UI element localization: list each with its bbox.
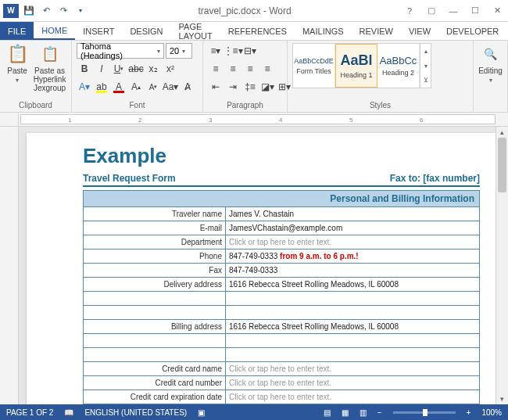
text-effects-button[interactable]: A▾ [77,79,92,95]
zoom-out-button[interactable]: − [377,408,382,417]
label-billing[interactable]: Billing address [84,320,226,334]
increase-indent-button[interactable]: ⇥ [225,79,241,95]
clear-formatting-button[interactable]: A̷ [180,79,195,95]
web-layout-view-icon[interactable]: ▥ [360,408,367,417]
highlight-button[interactable]: ab [94,79,109,95]
label-delivery[interactable]: Delivery address [84,278,226,292]
gallery-up-icon[interactable]: ▴ [420,44,431,59]
page-viewport[interactable]: Example Travel Request Form Fax to: [fax… [19,127,495,404]
tab-mailings[interactable]: MAILINGS [295,22,352,40]
ribbon-options-icon[interactable]: ▢ [420,0,442,22]
tab-references[interactable]: REFERENCES [220,22,295,40]
label-cc-number[interactable]: Credit card number [84,376,226,390]
editing-button[interactable]: 🔍 Editing ▾ [478,43,503,84]
page-indicator[interactable]: PAGE 1 OF 2 [6,408,53,417]
subscript-button[interactable]: x₂ [145,61,161,77]
word-app-icon[interactable]: W [3,4,19,18]
bold-button[interactable]: B [77,61,92,77]
spellcheck-icon[interactable]: 📖 [64,408,73,417]
label-cc-exp[interactable]: Credit card expiration date [84,390,226,404]
italic-button[interactable]: I [94,61,109,77]
value-cc-name[interactable]: Click or tap here to enter text. [226,362,480,376]
value-billing[interactable]: 1616 Rebecca Street Rolling Meadows, IL … [226,320,480,334]
zoom-slider[interactable] [393,411,456,414]
zoom-level[interactable]: 100% [481,408,502,417]
minimize-icon[interactable]: — [442,0,464,22]
doc-heading[interactable]: Example [83,144,480,168]
style-heading-2[interactable]: AaBbCc Heading 2 [377,44,420,88]
gallery-more-icon[interactable]: ⊻ [420,73,431,88]
scroll-down-icon[interactable]: ▾ [496,393,508,404]
macro-icon[interactable]: ▣ [198,408,205,417]
tab-home[interactable]: HOME [34,22,75,40]
save-icon[interactable]: 💾 [22,4,36,18]
font-color-button[interactable]: A [111,79,127,95]
shading-button[interactable]: ◪▾ [259,79,275,95]
decrease-indent-button[interactable]: ⇤ [208,79,224,95]
tab-view[interactable]: VIEW [401,22,438,40]
font-size-combo[interactable]: 20▾ [166,43,192,59]
label-cc-name[interactable]: Credit card name [84,362,226,376]
close-icon[interactable]: ✕ [486,0,508,22]
language-indicator[interactable]: ENGLISH (UNITED STATES) [84,408,187,417]
label-email[interactable]: E-mail [84,221,226,235]
label-fax[interactable]: Fax [84,264,226,278]
change-case-button[interactable]: Aa▾ [163,79,178,95]
scroll-up-icon[interactable]: ▴ [496,127,508,138]
tab-developer[interactable]: DEVELOPER [438,22,506,40]
style-heading-1[interactable]: AaBl Heading 1 [335,44,377,88]
vertical-ruler[interactable] [0,127,19,404]
label-traveler-name[interactable]: Traveler name [84,207,226,221]
bullets-button[interactable]: ≡▾ [208,43,224,59]
shrink-font-button[interactable]: A▾ [145,79,161,95]
page[interactable]: Example Travel Request Form Fax to: [fax… [27,133,495,404]
value-fax[interactable]: 847-749-0333 [226,264,480,278]
superscript-button[interactable]: x² [163,61,178,77]
window-controls: ? ▢ — ☐ ✕ [399,0,508,22]
grow-font-button[interactable]: A▴ [128,79,144,95]
strikethrough-button[interactable]: abc [128,61,144,77]
scrollbar-thumb[interactable] [498,138,506,192]
print-layout-view-icon[interactable]: ▤ [324,408,331,417]
tab-pagelayout[interactable]: PAGE LAYOUT [171,22,220,40]
multilevel-list-button[interactable]: ⊟▾ [242,43,258,59]
justify-button[interactable]: ≡ [259,61,275,77]
zoom-in-button[interactable]: + [467,408,471,417]
value-cc-number[interactable]: Click or tap here to enter text. [226,376,480,390]
numbering-button[interactable]: ⋮≡▾ [225,43,241,59]
align-left-button[interactable]: ≡ [208,61,224,77]
align-center-button[interactable]: ≡ [225,61,241,77]
vertical-scrollbar[interactable]: ▴ ▾ [495,127,508,404]
maximize-icon[interactable]: ☐ [464,0,486,22]
redo-icon[interactable]: ↷ [56,4,70,18]
value-delivery[interactable]: 1616 Rebecca Street Rolling Meadows, IL … [226,278,480,292]
read-mode-view-icon[interactable]: ▦ [342,408,349,417]
qat-customize-icon[interactable]: ▾ [73,4,88,18]
paste-button[interactable]: 📋 Paste ▾ [5,43,30,84]
value-email[interactable]: JamesVChastain@example.com [226,221,480,235]
value-department[interactable]: Click or tap here to enter text. [226,235,480,249]
form-title[interactable]: Travel Request Form [83,173,176,184]
align-right-button[interactable]: ≡ [242,61,258,77]
line-spacing-button[interactable]: ‡≡ [242,79,258,95]
tab-file[interactable]: FILE [0,22,34,40]
gallery-down-icon[interactable]: ▾ [420,59,431,74]
fax-to[interactable]: Fax to: [fax number] [390,173,480,184]
label-phone[interactable]: Phone [84,249,226,264]
value-cc-exp[interactable]: Click or tap here to enter text. [226,390,480,404]
tab-review[interactable]: REVIEW [352,22,401,40]
value-traveler-name[interactable]: James V. Chastain [226,207,480,221]
ruler-corner[interactable] [0,113,19,126]
style-form-titles[interactable]: AaBbCcDdE Form Titles [293,44,335,88]
tab-design[interactable]: DESIGN [122,22,170,40]
underline-button[interactable]: U▾ [111,61,127,77]
zoom-slider-knob[interactable] [423,409,428,416]
help-icon[interactable]: ? [399,0,420,22]
undo-icon[interactable]: ↶ [39,4,53,18]
label-department[interactable]: Department [84,235,226,249]
value-phone[interactable]: 847-749-0333 from 9 a.m. to 6 p.m.! [226,249,480,264]
paste-as-hyperlink-button[interactable]: 📋 Paste as Hyperlink Jexgroup [33,43,66,92]
font-family-combo[interactable]: Tahoma (Headings)▾ [77,43,164,59]
tab-insert[interactable]: INSERT [75,22,122,40]
horizontal-ruler[interactable]: 123456 [20,114,495,124]
